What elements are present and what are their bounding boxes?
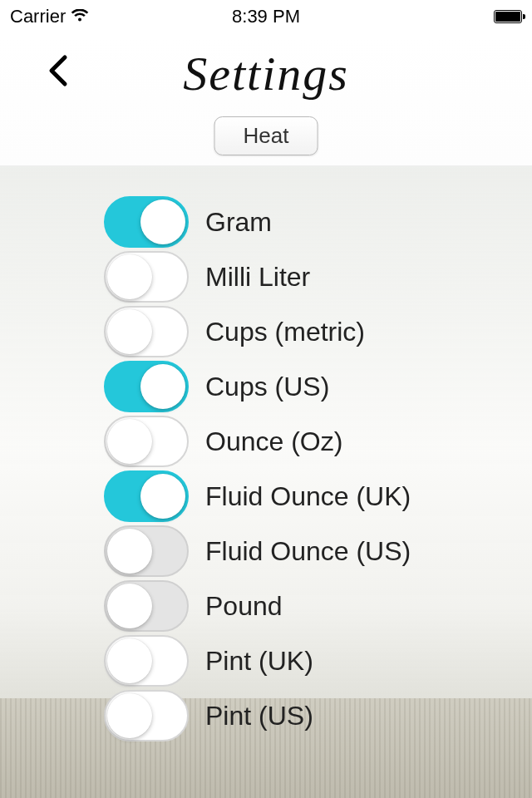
unit-row: Pint (UK)	[0, 633, 532, 688]
segment-heat[interactable]: Heat	[214, 116, 318, 155]
unit-label: Pint (UK)	[205, 646, 313, 677]
unit-label: Gram	[205, 207, 272, 238]
toggle-knob	[140, 200, 185, 244]
page-title: Settings	[183, 46, 349, 101]
unit-row: Pint (US)	[0, 688, 532, 743]
toggle-knob	[107, 693, 152, 738]
unit-label: Pound	[205, 591, 283, 622]
unit-toggle[interactable]	[104, 635, 189, 687]
unit-toggle[interactable]	[104, 416, 189, 467]
unit-label: Cups (US)	[205, 372, 329, 402]
back-button[interactable]	[37, 50, 79, 91]
battery-icon	[494, 10, 522, 23]
unit-row: Cups (US)	[0, 359, 532, 414]
unit-toggle[interactable]	[104, 361, 189, 412]
header: Settings Heat	[0, 33, 532, 166]
chevron-left-icon	[47, 54, 70, 87]
carrier-label: Carrier	[10, 6, 66, 27]
unit-label: Cups (metric)	[205, 317, 365, 347]
toggle-knob	[107, 529, 152, 574]
wifi-icon	[71, 6, 89, 27]
unit-toggle[interactable]	[104, 251, 189, 303]
unit-toggle[interactable]	[104, 306, 189, 357]
unit-row: Gram	[0, 195, 532, 249]
unit-toggle[interactable]	[104, 690, 189, 741]
status-bar: Carrier 8:39 PM	[0, 0, 532, 33]
unit-row: Pound	[0, 579, 532, 633]
unit-label: Milli Liter	[205, 262, 310, 293]
unit-row: Cups (metric)	[0, 304, 532, 359]
unit-label: Fluid Ounce (UK)	[205, 481, 411, 512]
segmented-control: Heat	[214, 116, 318, 155]
unit-row: Ounce (Oz)	[0, 414, 532, 469]
toggle-knob	[140, 364, 185, 409]
unit-toggle[interactable]	[104, 470, 189, 522]
unit-list: GramMilli LiterCups (metric)Cups (US)Oun…	[0, 166, 532, 743]
unit-row: Milli Liter	[0, 249, 532, 304]
unit-toggle[interactable]	[104, 580, 189, 632]
toggle-knob	[107, 254, 152, 299]
unit-row: Fluid Ounce (UK)	[0, 469, 532, 524]
unit-toggle[interactable]	[104, 525, 189, 577]
toggle-knob	[107, 419, 152, 464]
toggle-knob	[107, 638, 152, 683]
unit-label: Fluid Ounce (US)	[205, 536, 411, 567]
toggle-knob	[107, 309, 152, 354]
unit-toggle[interactable]	[104, 196, 189, 248]
toggle-knob	[140, 474, 185, 519]
clock-label: 8:39 PM	[232, 6, 300, 27]
content-area: GramMilli LiterCups (metric)Cups (US)Oun…	[0, 166, 532, 798]
unit-row: Fluid Ounce (US)	[0, 524, 532, 579]
toggle-knob	[107, 584, 152, 628]
unit-label: Pint (US)	[205, 701, 313, 732]
unit-label: Ounce (Oz)	[205, 426, 342, 457]
